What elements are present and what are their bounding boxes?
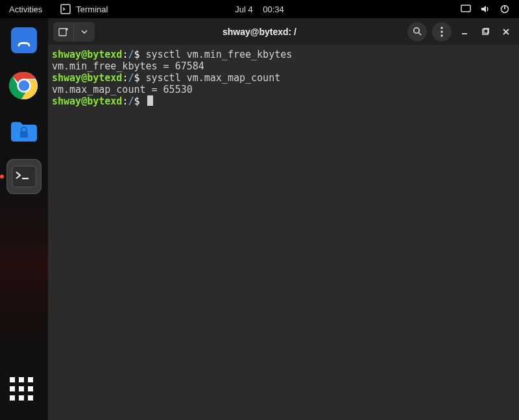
terminal-icon [60,4,71,14]
svg-rect-9 [12,166,36,187]
dock-item-files[interactable] [7,114,41,148]
svg-rect-20 [483,29,488,34]
svg-point-17 [441,31,442,32]
dock-item-chrome[interactable] [7,69,41,103]
volume-icon[interactable] [480,4,490,14]
close-icon [502,28,510,36]
active-app-indicator[interactable]: Terminal [60,4,108,14]
new-tab-menu-button[interactable] [74,22,95,42]
terminal-line: vm.min_free_kbytes = 67584 [52,60,515,72]
minimize-button[interactable] [457,24,472,40]
svg-rect-0 [61,5,70,14]
svg-point-18 [441,34,442,36]
svg-point-16 [441,27,442,29]
terminal-body[interactable]: shway@bytexd:/$ sysctl vm.min_free_kbyte… [48,45,519,420]
files-icon [8,117,40,145]
terminal-line: vm.max_map_count = 65530 [52,84,515,95]
shopping-bag-icon [8,25,40,56]
window-title: shway@bytexd: / [223,27,296,37]
new-tab-button[interactable] [53,22,74,42]
power-icon[interactable] [500,4,510,14]
search-icon [413,27,422,36]
svg-rect-8 [20,131,28,138]
terminal-window: shway@bytexd: / shway@bytexd:/$ [48,18,519,420]
terminal-cursor [147,95,153,106]
minimize-icon [461,28,468,36]
terminal-line: shway@bytexd:/$ sysctl vm.min_free_kbyte… [52,49,515,60]
search-button[interactable] [407,22,427,42]
terminal-icon [11,165,37,188]
clock-time: 00:34 [263,5,284,14]
maximize-icon [481,28,489,36]
desktop: shway@bytexd: / shway@bytexd:/$ [0,18,519,420]
clock[interactable]: Jul 4 00:34 [235,5,284,14]
clock-date: Jul 4 [235,5,252,14]
chevron-down-icon [81,30,88,34]
svg-rect-1 [461,5,470,12]
dock-item-terminal[interactable] [7,160,41,193]
terminal-line: shway@bytexd:/$ [52,95,515,107]
svg-point-14 [413,28,418,33]
terminal-line: shway@bytexd:/$ sysctl vm.max_map_count [52,72,515,84]
top-panel: Activities Terminal Jul 4 00:34 [0,0,519,18]
svg-rect-4 [11,27,37,53]
dock [0,18,48,420]
activities-button[interactable]: Activities [9,5,42,14]
screen-icon[interactable] [461,5,471,14]
svg-line-15 [418,33,421,36]
kebab-menu-icon [441,27,443,37]
new-tab-icon [58,27,69,37]
window-titlebar[interactable]: shway@bytexd: / [48,18,519,45]
active-app-name: Terminal [76,5,108,14]
close-button[interactable] [498,24,514,40]
menu-button[interactable] [432,22,452,42]
chrome-icon [9,71,39,101]
show-applications-button[interactable] [10,377,38,406]
svg-rect-11 [59,29,66,36]
maximize-button[interactable] [477,24,493,40]
dock-item-software-store[interactable] [7,23,41,57]
